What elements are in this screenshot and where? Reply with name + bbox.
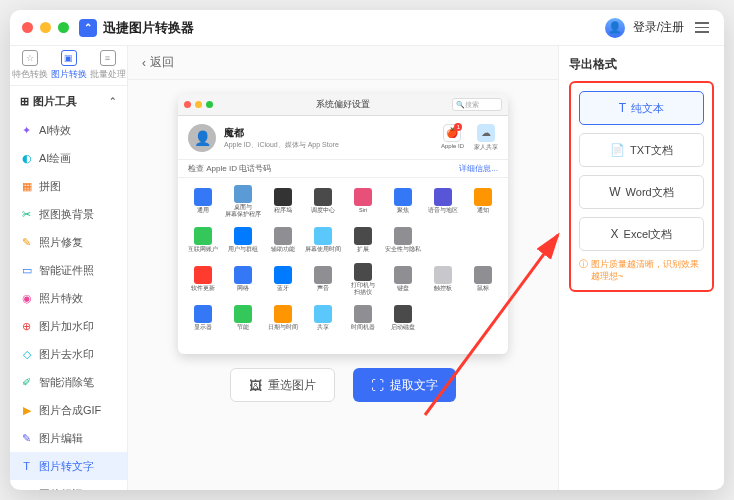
tab-convert[interactable]: ▣图片转换 <box>49 46 88 85</box>
sidebar-item-11[interactable]: ✎图片编辑 <box>10 424 127 452</box>
section-header[interactable]: ⊞图片工具 ⌃ <box>10 86 127 116</box>
sidebar-item-0[interactable]: ✦AI特效 <box>10 116 127 144</box>
apple-id-icon: 🍎1 <box>443 124 461 142</box>
preview-grid-item: 通用 <box>184 182 222 220</box>
format-icon: 📄 <box>610 143 625 157</box>
preview-grid-item: 共享 <box>304 299 342 337</box>
action-row: 🖼重选图片 ⛶提取文字 <box>230 368 456 402</box>
sidebar-item-10[interactable]: ▶图片合成GIF <box>10 396 127 424</box>
main-area: ‹ 返回 系统偏好设置 🔍 搜索 👤 魔都 Apple ID、iCloud、媒体… <box>128 46 558 490</box>
sidebar-tabs: ☆特色转换 ▣图片转换 ≡批量处理 <box>10 46 127 86</box>
stack-icon: ≡ <box>100 50 116 66</box>
preview-grid-item: 键盘 <box>384 260 422 298</box>
menu-item-icon: ◇ <box>20 348 33 361</box>
right-panel: 导出格式 T纯文本📄TXT文档WWord文档XExcel文档 ⓘ图片质量越清晰，… <box>558 46 724 490</box>
reselect-button[interactable]: 🖼重选图片 <box>230 368 335 402</box>
extract-button[interactable]: ⛶提取文字 <box>353 368 456 402</box>
menu-item-label: 抠图换背景 <box>39 207 94 222</box>
tab-special[interactable]: ☆特色转换 <box>10 46 49 85</box>
preview-grid-item: 节能 <box>224 299 262 337</box>
login-link[interactable]: 登录/注册 <box>633 19 684 36</box>
preview-area: 系统偏好设置 🔍 搜索 👤 魔都 Apple ID、iCloud、媒体与 App… <box>128 80 558 490</box>
scan-icon: ⛶ <box>371 378 384 393</box>
sidebar-item-2[interactable]: ▦拼图 <box>10 172 127 200</box>
preview-header: 👤 魔都 Apple ID、iCloud、媒体与 App Store 🍎1App… <box>178 116 508 160</box>
preview-grid-item: 网络 <box>224 260 262 298</box>
menu-item-label: 图片标记 <box>39 487 83 491</box>
preview-titlebar: 系统偏好设置 🔍 搜索 <box>178 94 508 116</box>
export-format-title: 导出格式 <box>569 56 714 73</box>
minimize-icon[interactable] <box>40 22 51 33</box>
preview-grid: 通用桌面与屏幕保护程序程序坞调度中心Siri聚焦语音与地区通知互联网账户用户与群… <box>178 178 508 354</box>
menu-item-icon: T <box>20 460 33 473</box>
menu-item-icon: ✎ <box>20 432 33 445</box>
menu-item-icon: ✂ <box>20 208 33 221</box>
sidebar-item-5[interactable]: ▭智能证件照 <box>10 256 127 284</box>
app-window: ⌃ 迅捷图片转换器 👤 登录/注册 ☆特色转换 ▣图片转换 ≡批量处理 ⊞图片工… <box>10 10 724 490</box>
menu-item-label: 智能消除笔 <box>39 375 94 390</box>
sidebar-item-7[interactable]: ⊕图片加水印 <box>10 312 127 340</box>
preview-grid-item: 辅助功能 <box>264 221 302 259</box>
sidebar-item-12[interactable]: T图片转文字 <box>10 452 127 480</box>
menu-item-label: 照片修复 <box>39 235 83 250</box>
menu-item-label: 图片加水印 <box>39 319 94 334</box>
back-button[interactable]: ‹ 返回 <box>128 46 558 80</box>
preview-grid-item <box>424 299 462 337</box>
maximize-icon[interactable] <box>58 22 69 33</box>
preview-grid-item: 安全性与隐私 <box>384 221 422 259</box>
sidebar-item-4[interactable]: ✎照片修复 <box>10 228 127 256</box>
format-option-2[interactable]: WWord文档 <box>579 175 704 209</box>
preview-grid-item: 声音 <box>304 260 342 298</box>
sidebar-item-3[interactable]: ✂抠图换背景 <box>10 200 127 228</box>
menu-item-label: 拼图 <box>39 179 61 194</box>
format-icon: W <box>609 185 620 199</box>
format-icon: T <box>619 101 626 115</box>
preview-grid-item: 聚焦 <box>384 182 422 220</box>
preview-grid-item <box>464 299 502 337</box>
menu-icon[interactable] <box>692 22 712 33</box>
preview-grid-item: 启动磁盘 <box>384 299 422 337</box>
menu-item-icon: ✦ <box>20 124 33 137</box>
preview-grid-item: 调度中心 <box>304 182 342 220</box>
menu-item-icon: ✐ <box>20 376 33 389</box>
preview-grid-item: 扩展 <box>344 221 382 259</box>
preview-grid-item: 鼠标 <box>464 260 502 298</box>
sidebar-item-13[interactable]: ◧图片标记 <box>10 480 127 490</box>
preview-grid-item: 显示器 <box>184 299 222 337</box>
sidebar-menu: ✦AI特效◐AI绘画▦拼图✂抠图换背景✎照片修复▭智能证件照◉照片特效⊕图片加水… <box>10 116 127 490</box>
preview-grid-item: 蓝牙 <box>264 260 302 298</box>
user-silhouette-icon: 👤 <box>188 124 216 152</box>
user-avatar-icon[interactable]: 👤 <box>605 18 625 38</box>
preview-grid-item: 用户与群组 <box>224 221 262 259</box>
sidebar-item-1[interactable]: ◐AI绘画 <box>10 144 127 172</box>
sidebar-item-6[interactable]: ◉照片特效 <box>10 284 127 312</box>
info-icon: ⓘ <box>579 259 588 271</box>
menu-item-label: 图片转文字 <box>39 459 94 474</box>
menu-item-label: 图片合成GIF <box>39 403 101 418</box>
preview-grid-item <box>464 221 502 259</box>
format-option-1[interactable]: 📄TXT文档 <box>579 133 704 167</box>
preview-grid-item: 软件更新 <box>184 260 222 298</box>
close-icon[interactable] <box>22 22 33 33</box>
family-icon: ☁ <box>477 124 495 142</box>
sidebar-item-8[interactable]: ◇图片去水印 <box>10 340 127 368</box>
preview-grid-item: 桌面与屏幕保护程序 <box>224 182 262 220</box>
sidebar-item-9[interactable]: ✐智能消除笔 <box>10 368 127 396</box>
tab-batch[interactable]: ≡批量处理 <box>88 46 127 85</box>
preview-grid-item: 触控板 <box>424 260 462 298</box>
format-icon: X <box>611 227 619 241</box>
preview-grid-item: 屏幕使用时间 <box>304 221 342 259</box>
menu-item-icon: ✎ <box>20 236 33 249</box>
menu-item-icon: ▶ <box>20 404 33 417</box>
format-option-0[interactable]: T纯文本 <box>579 91 704 125</box>
preview-grid-item <box>424 221 462 259</box>
menu-item-icon: ◧ <box>20 488 33 491</box>
app-title: 迅捷图片转换器 <box>103 19 194 37</box>
menu-item-label: 智能证件照 <box>39 263 94 278</box>
preview-search: 🔍 搜索 <box>452 98 502 111</box>
star-icon: ☆ <box>22 50 38 66</box>
titlebar: ⌃ 迅捷图片转换器 👤 登录/注册 <box>10 10 724 46</box>
format-option-3[interactable]: XExcel文档 <box>579 217 704 251</box>
preview-grid-item: 通知 <box>464 182 502 220</box>
preview-subheader: 检查 Apple ID 电话号码 详细信息... <box>178 160 508 178</box>
